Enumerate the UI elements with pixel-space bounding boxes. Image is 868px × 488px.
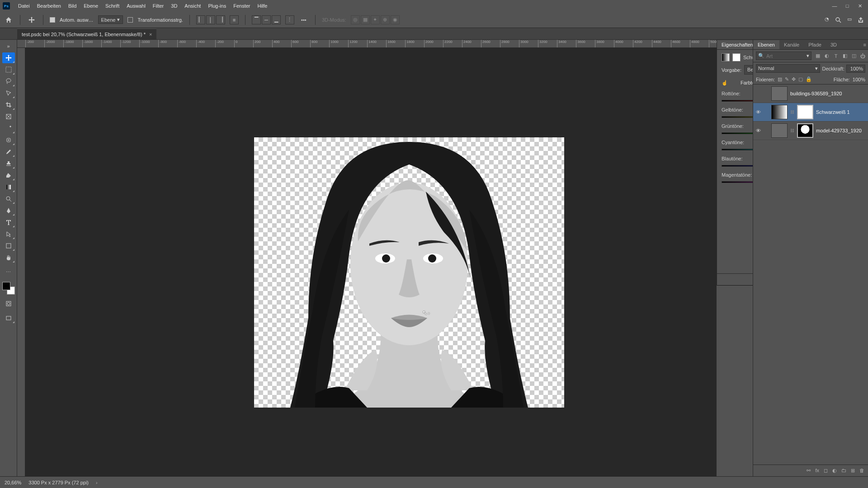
filter-pixel-icon[interactable]: ▦ [814, 52, 821, 60]
align-vcenter-icon[interactable]: ─ [262, 15, 271, 24]
align-bottom-icon[interactable]: ▁ [272, 15, 281, 24]
workspace-icon[interactable]: ▭ [847, 16, 852, 23]
move-tool[interactable] [2, 52, 15, 63]
blend-mode-dropdown[interactable]: Normal▾ [756, 64, 820, 73]
lock-pixels-icon[interactable]: ✎ [785, 76, 789, 82]
hand-adjust-icon[interactable]: ☝ [722, 80, 728, 86]
selection-tool[interactable] [2, 88, 15, 99]
opacity-input[interactable]: 100% [846, 65, 865, 73]
path-select-tool[interactable] [2, 229, 15, 239]
menu-bild[interactable]: Bild [65, 1, 80, 10]
menu-filter[interactable]: Filter [149, 1, 167, 10]
auto-select-target-dropdown[interactable]: Ebene▾ [98, 15, 123, 24]
document-canvas[interactable] [254, 137, 564, 408]
new-layer-icon[interactable]: ⊞ [851, 468, 855, 474]
align-right-icon[interactable]: ▕ [216, 15, 225, 24]
edit-toolbar-icon[interactable]: ⋯ [2, 267, 15, 277]
layer-filter-input[interactable] [766, 53, 805, 59]
new-group-icon[interactable]: 🗀 [841, 468, 846, 474]
tab-eigenschaften[interactable]: Eigenschaften [717, 40, 758, 49]
distribute-v-icon[interactable]: ⋮ [285, 15, 294, 24]
menu-ansicht[interactable]: Ansicht [181, 1, 204, 10]
cloud-docs-icon[interactable]: ◔ [825, 16, 829, 23]
align-hcenter-icon[interactable]: │ [206, 15, 215, 24]
distribute-h-icon[interactable]: ≡ [230, 15, 239, 24]
menu-hilfe[interactable]: Hilfe [254, 1, 271, 10]
layer-name-1[interactable]: Schwarzweiß 1 [816, 109, 865, 115]
layer-name-0[interactable]: buildings-936589_1920 [790, 91, 865, 96]
lasso-tool[interactable] [2, 76, 15, 87]
align-left-icon[interactable]: ▏ [196, 15, 205, 24]
marquee-tool[interactable] [2, 64, 15, 75]
tab-ebenen[interactable]: Ebenen [753, 40, 779, 49]
screen-mode-icon[interactable] [2, 313, 15, 324]
filter-shape-icon[interactable]: ◧ [841, 52, 849, 60]
shape-tool[interactable] [2, 240, 15, 251]
layer-visibility-1[interactable]: 👁 [756, 109, 763, 115]
new-adjustment-icon[interactable]: ◐ [832, 468, 837, 474]
layers-menu-icon[interactable]: ≡ [863, 42, 866, 47]
lock-position-icon[interactable]: ✥ [792, 76, 796, 82]
tab-3d[interactable]: 3D [826, 40, 841, 49]
link-layers-icon[interactable]: ⚯ [807, 468, 811, 474]
align-top-icon[interactable]: ▔ [252, 15, 261, 24]
hand-tool[interactable] [2, 252, 15, 263]
menu-3d[interactable]: 3D [167, 1, 181, 10]
lock-artboard-icon[interactable]: ▢ [798, 76, 803, 82]
menu-bearbeiten[interactable]: Bearbeiten [33, 1, 65, 10]
menu-schrift[interactable]: Schrift [102, 1, 123, 10]
menu-plug-ins[interactable]: Plug-ins [204, 1, 230, 10]
zoom-level[interactable]: 20,66% [5, 480, 21, 485]
filter-type-icon[interactable]: T [832, 52, 840, 60]
type-tool[interactable] [2, 217, 15, 228]
filter-adjust-icon[interactable]: ◐ [823, 52, 830, 60]
panel-toggle-icon[interactable]: » [2, 41, 15, 52]
search-icon[interactable] [835, 16, 842, 23]
quick-mask-icon[interactable] [2, 298, 15, 309]
frame-tool[interactable] [2, 111, 15, 122]
brush-tool[interactable] [2, 146, 15, 157]
menu-fenster[interactable]: Fenster [230, 1, 254, 10]
layer-style-icon[interactable]: fx [815, 468, 819, 474]
mask-link-2[interactable]: ⛓ [790, 128, 794, 133]
layer-mask-1[interactable] [797, 105, 813, 119]
fill-input[interactable]: 100% [853, 77, 865, 82]
transform-controls-checkbox[interactable] [127, 17, 133, 23]
layer-thumb-1[interactable] [771, 105, 788, 119]
menu-auswahl[interactable]: Auswahl [123, 1, 149, 10]
tab-pfade[interactable]: Pfade [804, 40, 826, 49]
more-options-icon[interactable]: ••• [299, 15, 309, 25]
home-icon[interactable] [4, 15, 14, 25]
layer-row-1[interactable]: 👁 ⛓ Schwarzweiß 1 [753, 103, 868, 122]
layer-row-2[interactable]: 👁 ⛓ model-429733_1920 [753, 122, 868, 140]
delete-layer-icon[interactable]: 🗑 [859, 468, 864, 474]
share-icon[interactable] [857, 16, 864, 23]
layer-thumb-0[interactable] [771, 86, 788, 101]
menu-datei[interactable]: Datei [14, 1, 33, 10]
dodge-tool[interactable] [2, 193, 15, 204]
stamp-tool[interactable] [2, 158, 15, 169]
filter-smart-icon[interactable]: ◫ [850, 52, 858, 60]
layer-filter-dropdown[interactable]: 🔍 ▾ [756, 52, 811, 60]
gradient-tool[interactable] [2, 182, 15, 192]
close-icon[interactable]: ✕ [854, 1, 865, 10]
menu-ebene[interactable]: Ebene [80, 1, 102, 10]
auto-select-checkbox[interactable] [50, 17, 55, 23]
crop-tool[interactable] [2, 99, 15, 110]
layer-visibility-2[interactable]: 👁 [756, 128, 763, 133]
lock-all-icon[interactable]: 🔒 [806, 76, 812, 82]
canvas-area[interactable]: ↖+ [25, 48, 717, 476]
eraser-tool[interactable] [2, 170, 15, 181]
mask-link-1[interactable]: ⛓ [790, 110, 794, 114]
status-more-icon[interactable]: › [96, 480, 98, 485]
layer-name-2[interactable]: model-429733_1920 [816, 128, 865, 133]
close-tab-icon[interactable]: × [149, 32, 152, 37]
document-tab[interactable]: test.psdc bei 20,7% (Schwarzweiß 1, Eben… [17, 28, 156, 39]
layer-row-0[interactable]: buildings-936589_1920 [753, 84, 868, 103]
foreground-color[interactable] [2, 282, 10, 290]
add-mask-icon[interactable]: ◻ [824, 468, 828, 474]
tab-kanäle[interactable]: Kanäle [779, 40, 804, 49]
healing-brush-tool[interactable] [2, 135, 15, 145]
layer-mask-2[interactable] [797, 123, 813, 138]
maximize-icon[interactable]: □ [842, 1, 853, 10]
